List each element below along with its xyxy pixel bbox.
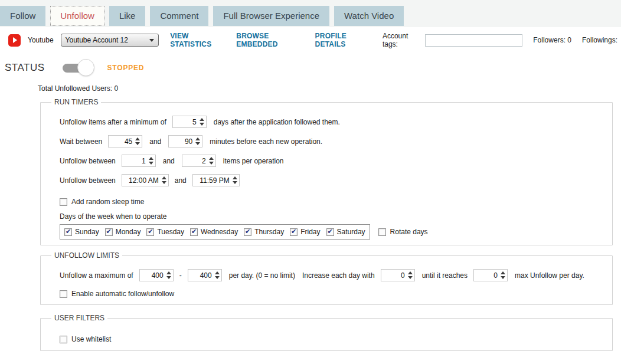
until-spinner[interactable]: 0	[473, 269, 508, 281]
user-filters-legend: USER FILTERS	[51, 314, 107, 322]
items-and-label: and	[163, 157, 175, 165]
max-min-spinner[interactable]: 400	[139, 269, 174, 281]
toggle-knob-icon	[77, 59, 94, 76]
day-tuesday: Tuesday	[146, 228, 184, 236]
until-label: until it reaches	[422, 271, 468, 280]
view-statistics-link[interactable]: VIEW STATISTICS	[170, 32, 225, 48]
hours-and-label: and	[175, 176, 187, 185]
items-max-spinner[interactable]: 2	[182, 155, 216, 167]
enable-auto-follow-label: Enable automatic follow/unfollow	[71, 290, 174, 298]
day-wednesday-checkbox[interactable]	[190, 228, 198, 236]
account-bar: Youtube Youtube Account 12 VIEW STATISTI…	[8, 33, 617, 47]
day-sunday-label: Sunday	[75, 228, 99, 236]
max-mid-label: per day. (0 = no limit)	[229, 271, 295, 280]
unfollow-limits-group: UNFOLLOW LIMITS Unfollow a maximum of 40…	[40, 251, 613, 305]
day-monday-label: Monday	[116, 228, 141, 236]
day-sunday-checkbox[interactable]	[64, 228, 72, 236]
items-suffix: items per operation	[223, 157, 284, 165]
max-suffix: max Unfollow per day.	[515, 271, 584, 280]
spinner-arrows[interactable]	[209, 157, 214, 165]
min-days-spinner[interactable]: 5	[172, 116, 207, 128]
total-unfollowed-label: Total Unfollowed Users: 0	[38, 84, 118, 93]
increase-label: Increase each day with	[302, 271, 375, 280]
spinner-arrows[interactable]	[166, 271, 171, 279]
until-value: 0	[476, 271, 501, 280]
rotate-days-label: Rotate days	[390, 228, 428, 236]
browse-embedded-link[interactable]: BROWSE EMBEDDED	[236, 32, 303, 48]
day-monday: Monday	[105, 228, 141, 236]
wait-and-label: and	[149, 137, 161, 146]
spinner-arrows[interactable]	[200, 118, 204, 126]
spinner-arrows[interactable]	[149, 157, 153, 165]
tab-watch-video[interactable]: Watch Video	[334, 6, 404, 26]
day-saturday-checkbox[interactable]	[326, 228, 334, 236]
use-whitelist-label: Use whitelist	[71, 335, 111, 343]
hours-prefix: Unfollow between	[60, 176, 116, 185]
spinner-arrows[interactable]	[195, 137, 200, 145]
run-timers-group: RUN TIMERS Unfollow items after a minimu…	[40, 98, 613, 245]
account-tags-label: Account tags:	[383, 32, 420, 48]
account-select[interactable]: Youtube Account 12	[61, 34, 159, 47]
chevron-down-icon	[149, 39, 154, 42]
max-prefix: Unfollow a maximum of	[60, 271, 133, 280]
day-monday-checkbox[interactable]	[105, 228, 113, 236]
wait-min-spinner[interactable]: 45	[108, 135, 142, 147]
min-days-suffix: days after the application followed them…	[214, 118, 340, 126]
followings-count: Followings:	[582, 36, 617, 44]
wait-min-value: 45	[111, 137, 135, 146]
increase-value: 0	[384, 271, 408, 280]
unfollow-limits-legend: UNFOLLOW LIMITS	[51, 251, 122, 260]
hours-start-value: 12:00 AM	[125, 176, 162, 185]
status-toggle[interactable]	[63, 59, 91, 77]
add-random-sleep-label: Add random sleep time	[71, 198, 144, 206]
account-tags-input[interactable]	[425, 34, 522, 47]
tab-follow[interactable]: Follow	[0, 6, 45, 26]
tab-unfollow[interactable]: Unfollow	[50, 6, 104, 26]
day-friday-checkbox[interactable]	[290, 228, 298, 236]
user-filters-group: USER FILTERS Use whitelist	[40, 314, 613, 351]
items-max-value: 2	[185, 157, 209, 165]
day-thursday-checkbox[interactable]	[244, 228, 251, 236]
day-tuesday-label: Tuesday	[157, 228, 184, 236]
status-state-badge: STOPPED	[107, 64, 145, 72]
spinner-arrows[interactable]	[501, 271, 505, 279]
tab-like[interactable]: Like	[109, 6, 146, 26]
followers-count: Followers: 0	[533, 36, 571, 44]
profile-details-link[interactable]: PROFILE DETAILS	[315, 32, 372, 48]
run-timers-legend: RUN TIMERS	[51, 98, 101, 106]
status-row: STATUS STOPPED	[5, 59, 144, 77]
spinner-arrows[interactable]	[162, 176, 166, 184]
hours-start-spinner[interactable]: 12:00 AM	[122, 174, 169, 186]
tab-comment[interactable]: Comment	[150, 6, 208, 26]
use-whitelist-checkbox[interactable]	[60, 336, 67, 343]
max-dash-label: -	[179, 271, 182, 280]
max-max-spinner[interactable]: 400	[188, 269, 222, 281]
max-max-value: 400	[191, 271, 215, 280]
items-min-spinner[interactable]: 1	[122, 155, 156, 167]
rotate-days-checkbox[interactable]	[378, 228, 386, 236]
rotate-days: Rotate days	[378, 228, 428, 236]
day-tuesday-checkbox[interactable]	[146, 228, 154, 236]
spinner-arrows[interactable]	[233, 176, 237, 184]
hours-end-value: 11:59 PM	[195, 176, 233, 185]
day-thursday-label: Thursday	[254, 228, 284, 236]
add-random-sleep-checkbox[interactable]	[60, 198, 67, 206]
wait-max-value: 90	[171, 137, 195, 146]
spinner-arrows[interactable]	[408, 271, 413, 279]
items-prefix: Unfollow between	[60, 157, 116, 165]
spinner-arrows[interactable]	[135, 137, 140, 145]
hours-end-spinner[interactable]: 11:59 PM	[192, 174, 240, 186]
day-saturday: Saturday	[326, 228, 365, 236]
account-select-value: Youtube Account 12	[66, 36, 150, 44]
spinner-arrows[interactable]	[215, 271, 220, 279]
day-friday: Friday	[290, 228, 320, 236]
enable-auto-follow-checkbox[interactable]	[60, 290, 67, 298]
wait-max-spinner[interactable]: 90	[168, 135, 202, 147]
min-days-prefix: Unfollow items after a minimum of	[60, 118, 166, 126]
day-sunday: Sunday	[64, 228, 99, 236]
day-saturday-label: Saturday	[337, 228, 365, 236]
increase-spinner[interactable]: 0	[381, 269, 415, 281]
youtube-icon	[8, 34, 21, 47]
tab-full-browser-experience[interactable]: Full Browser Experience	[213, 6, 329, 26]
wait-suffix: minutes before each new operation.	[210, 137, 322, 146]
